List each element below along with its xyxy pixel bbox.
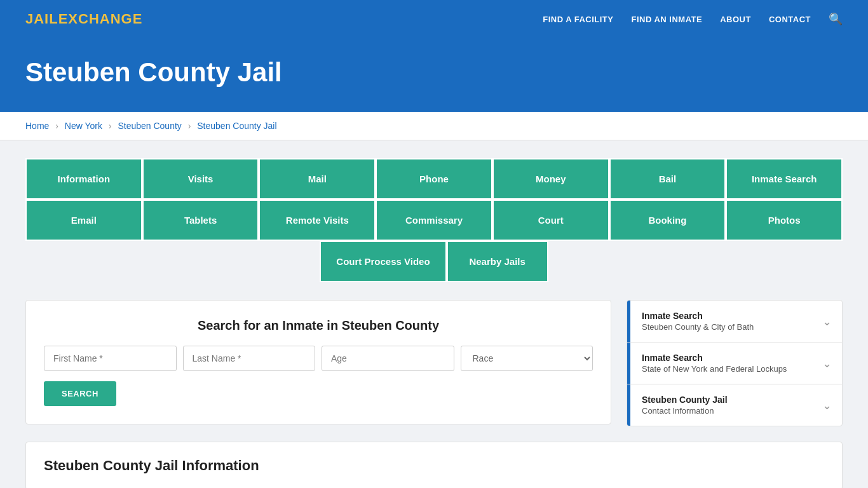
chevron-down-icon-1[interactable]: ⌄ — [812, 301, 842, 342]
nav-find-facility[interactable]: FIND A FACILITY — [543, 15, 613, 24]
btn-information[interactable]: Information — [25, 158, 142, 200]
navbar: JAILEXCHANGE FIND A FACILITY FIND AN INM… — [0, 0, 868, 38]
chevron-down-icon-2[interactable]: ⌄ — [812, 342, 842, 384]
age-input[interactable] — [322, 346, 454, 371]
btn-money[interactable]: Money — [492, 158, 609, 200]
sidebar-title-3: Steuben County Jail — [642, 395, 801, 405]
breadcrumb-new-york[interactable]: New York — [65, 121, 102, 131]
sidebar-body-2: Inmate Search State of New York and Fede… — [630, 342, 812, 384]
breadcrumb-current: Steuben County Jail — [197, 121, 276, 131]
logo-jail: JAIL — [25, 11, 58, 27]
hero-section: Steuben County Jail — [0, 38, 868, 112]
sidebar-panel: Inmate Search Steuben County & City of B… — [627, 300, 843, 426]
nav-links: FIND A FACILITY FIND AN INMATE ABOUT CON… — [543, 12, 843, 26]
content-area: Information Visits Mail Phone Money Bail… — [0, 140, 868, 488]
breadcrumb-steuben-county[interactable]: Steuben County — [118, 121, 181, 131]
nav-about[interactable]: ABOUT — [720, 15, 751, 24]
sidebar-item-2[interactable]: Inmate Search State of New York and Fede… — [627, 342, 842, 384]
button-row-2: Email Tablets Remote Visits Commissary C… — [25, 200, 843, 241]
sidebar-item-3[interactable]: Steuben County Jail Contact Information … — [627, 384, 842, 426]
search-panel: Search for an Inmate in Steuben County R… — [25, 300, 611, 424]
logo-exchange: EXCHANGE — [58, 11, 143, 27]
btn-phone[interactable]: Phone — [376, 158, 492, 200]
sidebar-item-1[interactable]: Inmate Search Steuben County & City of B… — [627, 301, 842, 342]
site-logo[interactable]: JAILEXCHANGE — [25, 11, 142, 27]
search-icon[interactable]: 🔍 — [829, 12, 843, 26]
chevron-down-icon-3[interactable]: ⌄ — [812, 384, 842, 426]
btn-booking[interactable]: Booking — [609, 200, 726, 241]
btn-court-process-video[interactable]: Court Process Video — [320, 241, 446, 282]
button-row-1: Information Visits Mail Phone Money Bail… — [25, 158, 843, 200]
two-column-layout: Search for an Inmate in Steuben County R… — [25, 300, 843, 426]
sidebar-title-1: Inmate Search — [642, 311, 801, 321]
first-name-input[interactable] — [44, 346, 177, 371]
breadcrumb-home[interactable]: Home — [25, 121, 49, 131]
sidebar-subtitle-3: Contact Information — [642, 406, 801, 416]
nav-find-inmate[interactable]: FIND AN INMATE — [631, 15, 702, 24]
btn-inmate-search[interactable]: Inmate Search — [726, 158, 843, 200]
btn-photos[interactable]: Photos — [726, 200, 843, 241]
page-title: Steuben County Jail — [25, 57, 843, 88]
breadcrumb-sep-2: › — [109, 121, 112, 131]
btn-tablets[interactable]: Tablets — [142, 200, 259, 241]
nav-contact[interactable]: CONTACT — [769, 15, 811, 24]
sidebar-title-2: Inmate Search — [642, 353, 801, 363]
btn-remote-visits[interactable]: Remote Visits — [259, 200, 376, 241]
sidebar-body-3: Steuben County Jail Contact Information — [630, 384, 812, 426]
race-select[interactable]: Race White Black Hispanic Asian Other — [461, 346, 593, 371]
sidebar-body-1: Inmate Search Steuben County & City of B… — [630, 301, 812, 342]
search-title: Search for an Inmate in Steuben County — [44, 318, 593, 333]
btn-bail[interactable]: Bail — [609, 158, 726, 200]
btn-commissary[interactable]: Commissary — [376, 200, 492, 241]
button-grid: Information Visits Mail Phone Money Bail… — [25, 158, 843, 282]
sidebar-subtitle-1: Steuben County & City of Bath — [642, 322, 801, 332]
bottom-info-section: Steuben County Jail Information — [25, 442, 843, 488]
btn-visits[interactable]: Visits — [142, 158, 259, 200]
search-button[interactable]: SEARCH — [44, 381, 116, 406]
bottom-title: Steuben County Jail Information — [44, 458, 824, 474]
search-fields: Race White Black Hispanic Asian Other — [44, 346, 593, 371]
last-name-input[interactable] — [183, 346, 316, 371]
btn-email[interactable]: Email — [25, 200, 142, 241]
sidebar-subtitle-2: State of New York and Federal Lockups — [642, 364, 801, 374]
breadcrumb-sep-1: › — [55, 121, 58, 131]
button-row-3: Court Process Video Nearby Jails — [25, 241, 843, 282]
breadcrumb-sep-3: › — [188, 121, 191, 131]
btn-nearby-jails[interactable]: Nearby Jails — [447, 241, 548, 282]
btn-court[interactable]: Court — [492, 200, 609, 241]
breadcrumb: Home › New York › Steuben County › Steub… — [0, 112, 868, 140]
btn-mail[interactable]: Mail — [259, 158, 376, 200]
